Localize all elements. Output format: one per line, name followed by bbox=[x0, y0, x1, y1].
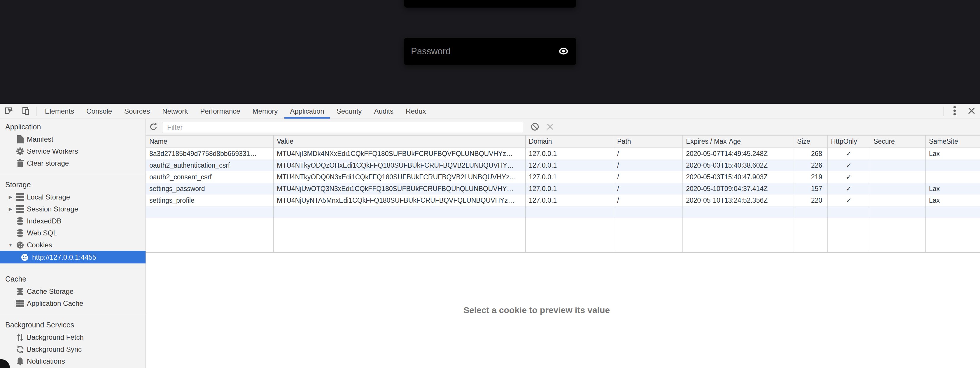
sidebar-item-indexeddb[interactable]: IndexedDB bbox=[0, 215, 146, 227]
column-header-name[interactable]: Name bbox=[146, 136, 273, 147]
cookie-size[interactable]: 268 bbox=[794, 148, 827, 160]
cookie-samesite[interactable] bbox=[926, 171, 980, 183]
login-field-partial[interactable] bbox=[404, 0, 576, 8]
sidebar-item-web-sql[interactable]: Web SQL bbox=[0, 227, 146, 239]
cookie-size[interactable]: 220 bbox=[794, 195, 827, 206]
sidebar-item-label: http://127.0.0.1:4455 bbox=[0, 253, 96, 261]
cookie-row[interactable]: 8a3d27185b49d7758d8bb669331… MTU4NjI3MDk… bbox=[146, 148, 980, 160]
cookie-secure[interactable] bbox=[870, 148, 926, 160]
cookie-path[interactable]: / bbox=[614, 171, 682, 183]
cookie-size[interactable]: 226 bbox=[794, 160, 827, 171]
tab-console[interactable]: Console bbox=[80, 104, 118, 118]
cookie-httponly[interactable]: ✓ bbox=[827, 148, 870, 160]
cookie-expires[interactable]: 2020-05-10T13:24:52.356Z bbox=[682, 195, 794, 206]
tab-elements[interactable]: Elements bbox=[39, 104, 80, 118]
cookie-samesite[interactable]: Lax bbox=[926, 148, 980, 160]
refresh-button[interactable] bbox=[146, 121, 161, 134]
cookie-expires[interactable]: 2020-05-10T09:04:37.414Z bbox=[682, 183, 794, 195]
cookie-samesite[interactable]: Lax bbox=[926, 183, 980, 195]
sidebar-item-cookie-origin[interactable]: http://127.0.0.1:4455 bbox=[0, 251, 146, 264]
cookie-value[interactable]: MTU4NjUyNTA5MnxEdi1CQkFFQ180SUFBUkFCRUFB… bbox=[273, 195, 525, 206]
screen: Elements Console Sources Network Perform… bbox=[0, 0, 980, 368]
cookie-expires[interactable]: 2020-05-07T14:49:45.248Z bbox=[682, 148, 794, 160]
cookie-value[interactable]: MTU4NjUwOTQ3N3xEdi1CQkFFQ180SUFBUkFCRUFB… bbox=[273, 183, 525, 195]
cookie-size[interactable]: 219 bbox=[794, 171, 827, 183]
cookie-value[interactable]: MTU4NjI3MDk4NXxEdi1CQkFFQ180SUFBUkFCRUFB… bbox=[273, 148, 525, 160]
devtools-menu-button[interactable] bbox=[946, 104, 963, 118]
cookie-domain[interactable]: 127.0.0.1 bbox=[525, 195, 614, 206]
cookie-httponly[interactable]: ✓ bbox=[827, 160, 870, 171]
password-input[interactable] bbox=[404, 46, 558, 57]
tab-network[interactable]: Network bbox=[156, 104, 194, 118]
sidebar-item-background-fetch[interactable]: Background Fetch bbox=[0, 331, 146, 343]
device-toolbar-button[interactable] bbox=[17, 104, 34, 118]
tab-application[interactable]: Application bbox=[284, 104, 330, 118]
cookie-domain[interactable]: 127.0.0.1 bbox=[525, 171, 614, 183]
cookie-secure[interactable] bbox=[870, 171, 926, 183]
cookie-secure[interactable] bbox=[870, 195, 926, 206]
sidebar-item-service-workers[interactable]: Service Workers bbox=[0, 145, 146, 157]
sidebar-item-background-sync[interactable]: Background Sync bbox=[0, 343, 146, 355]
clear-all-cookies-button[interactable] bbox=[527, 121, 542, 134]
toggle-password-visibility-button[interactable] bbox=[558, 47, 576, 56]
devtools-close-button[interactable] bbox=[963, 104, 980, 118]
cookie-row[interactable]: oauth2_authentication_csrf MTU4NTkyODQzO… bbox=[146, 160, 980, 171]
cookie-path[interactable]: / bbox=[614, 195, 682, 206]
column-header-size[interactable]: Size bbox=[794, 136, 827, 147]
column-header-expires[interactable]: Expires / Max-Age bbox=[682, 136, 794, 147]
cookie-samesite[interactable]: Lax bbox=[926, 195, 980, 206]
cookie-filter-input[interactable] bbox=[162, 122, 523, 133]
cookie-domain[interactable]: 127.0.0.1 bbox=[525, 160, 614, 171]
chevron-down-icon[interactable]: ▼ bbox=[7, 242, 14, 248]
tab-performance[interactable]: Performance bbox=[194, 104, 246, 118]
sidebar-item-cache-storage[interactable]: Cache Storage bbox=[0, 285, 146, 297]
cookie-row[interactable]: settings_password MTU4NjUwOTQ3N3xEdi1CQk… bbox=[146, 183, 980, 195]
cookie-name[interactable]: oauth2_authentication_csrf bbox=[146, 160, 273, 171]
cookie-expires[interactable]: 2020-05-03T15:40:38.602Z bbox=[682, 160, 794, 171]
sidebar-item-label: Cache Storage bbox=[0, 287, 73, 296]
tab-redux[interactable]: Redux bbox=[399, 104, 432, 118]
cookie-httponly[interactable]: ✓ bbox=[827, 195, 870, 206]
tab-security[interactable]: Security bbox=[331, 104, 368, 118]
column-header-domain[interactable]: Domain bbox=[525, 136, 614, 147]
cookie-path[interactable]: / bbox=[614, 148, 682, 160]
sidebar-item-notifications[interactable]: Notifications bbox=[0, 355, 146, 367]
sidebar-item-application-cache[interactable]: Application Cache bbox=[0, 297, 146, 309]
cookie-path[interactable]: / bbox=[614, 160, 682, 171]
inspect-element-button[interactable] bbox=[0, 104, 17, 118]
cookie-row[interactable]: oauth2_consent_csrf MTU4NTkyODQ0N3xEdi1C… bbox=[146, 171, 980, 183]
cookie-samesite[interactable] bbox=[926, 160, 980, 171]
sidebar-item-cookies[interactable]: ▼ Cookies bbox=[0, 239, 146, 251]
cookie-secure[interactable] bbox=[870, 183, 926, 195]
sidebar-item-clear-storage[interactable]: Clear storage bbox=[0, 157, 146, 169]
sidebar-item-local-storage[interactable]: ▶ Local Storage bbox=[0, 191, 146, 203]
column-header-value[interactable]: Value bbox=[273, 136, 525, 147]
delete-selected-button[interactable] bbox=[542, 121, 558, 134]
sidebar-item-manifest[interactable]: Manifest bbox=[0, 133, 146, 145]
cookie-name[interactable]: settings_password bbox=[146, 183, 273, 195]
column-header-path[interactable]: Path bbox=[614, 136, 682, 147]
cookie-domain[interactable]: 127.0.0.1 bbox=[525, 148, 614, 160]
cookie-expires[interactable]: 2020-05-03T15:40:47.903Z bbox=[682, 171, 794, 183]
tab-memory[interactable]: Memory bbox=[247, 104, 284, 118]
tab-audits[interactable]: Audits bbox=[368, 104, 399, 118]
column-header-samesite[interactable]: SameSite bbox=[926, 136, 980, 147]
cookie-domain[interactable]: 127.0.0.1 bbox=[525, 183, 614, 195]
cookie-size[interactable]: 157 bbox=[794, 183, 827, 195]
chevron-right-icon[interactable]: ▶ bbox=[7, 194, 14, 200]
column-header-httponly[interactable]: HttpOnly bbox=[827, 136, 870, 147]
cookie-secure[interactable] bbox=[870, 160, 926, 171]
cookie-httponly[interactable]: ✓ bbox=[827, 183, 870, 195]
column-header-secure[interactable]: Secure bbox=[870, 136, 926, 147]
cookie-name[interactable]: oauth2_consent_csrf bbox=[146, 171, 273, 183]
chevron-right-icon[interactable]: ▶ bbox=[7, 206, 14, 212]
cookie-path[interactable]: / bbox=[614, 183, 682, 195]
cookie-row[interactable]: settings_profile MTU4NjUyNTA5MnxEdi1CQkF… bbox=[146, 195, 980, 206]
tab-sources[interactable]: Sources bbox=[118, 104, 156, 118]
cookie-name[interactable]: settings_profile bbox=[146, 195, 273, 206]
cookie-httponly[interactable]: ✓ bbox=[827, 171, 870, 183]
cookie-name[interactable]: 8a3d27185b49d7758d8bb669331… bbox=[146, 148, 273, 160]
cookie-value[interactable]: MTU4NTkyODQzOHxEdi1CQkFFQ180SUFBUkFCRUFB… bbox=[273, 160, 525, 171]
sidebar-item-session-storage[interactable]: ▶ Session Storage bbox=[0, 203, 146, 215]
cookie-value[interactable]: MTU4NTkyODQ0N3xEdi1CQkFFQ180SUFBUkFCRUFB… bbox=[273, 171, 525, 183]
